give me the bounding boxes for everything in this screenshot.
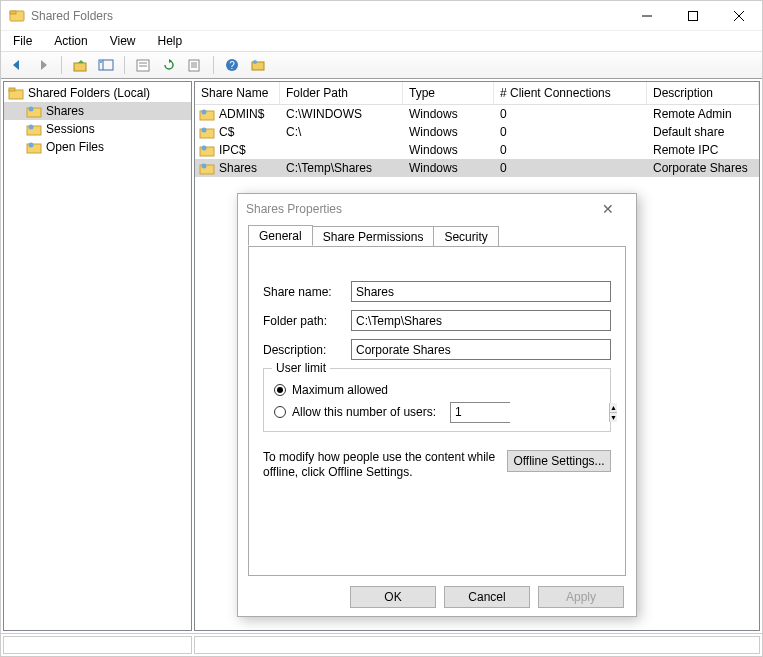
menu-file[interactable]: File (9, 32, 36, 50)
cell-clients: 0 (494, 107, 647, 121)
tree-root-node[interactable]: Shared Folders (Local) (4, 84, 191, 102)
svg-rect-22 (9, 88, 15, 91)
forward-button[interactable] (31, 54, 55, 76)
cell-desc: Default share (647, 125, 759, 139)
help-button[interactable]: ? (220, 54, 244, 76)
refresh-button[interactable] (157, 54, 181, 76)
tabpage-general: Share name: Folder path: Description: Us… (248, 246, 626, 576)
tab-security[interactable]: Security (433, 226, 498, 247)
app-icon (9, 8, 25, 24)
ok-button[interactable]: OK (350, 586, 436, 608)
svg-point-20 (253, 60, 257, 64)
tab-general[interactable]: General (248, 225, 313, 246)
svg-point-34 (202, 146, 207, 151)
cancel-button[interactable]: Cancel (444, 586, 530, 608)
radio-allow-number[interactable]: Allow this number of users: ▲ ▼ (274, 401, 600, 423)
table-row[interactable]: SharesC:\Temp\SharesWindows0Corporate Sh… (195, 159, 759, 177)
maximize-button[interactable] (670, 1, 716, 31)
cell-name: C$ (195, 124, 280, 140)
svg-point-26 (29, 125, 34, 130)
menu-view[interactable]: View (106, 32, 140, 50)
svg-rect-3 (689, 12, 698, 21)
spinner-down-button[interactable]: ▼ (609, 413, 617, 422)
cell-type: Windows (403, 161, 494, 175)
radio-dot-icon (274, 406, 286, 418)
cell-type: Windows (403, 125, 494, 139)
menu-help[interactable]: Help (154, 32, 187, 50)
folder-path-input[interactable] (351, 310, 611, 331)
radio-max-allowed[interactable]: Maximum allowed (274, 379, 600, 401)
tree-root-label: Shared Folders (Local) (28, 86, 150, 100)
radio-max-label: Maximum allowed (292, 383, 388, 397)
menu-action[interactable]: Action (50, 32, 91, 50)
share-name-input[interactable] (351, 281, 611, 302)
tree-item[interactable]: Open Files (4, 138, 191, 156)
label-folder-path: Folder path: (263, 314, 351, 328)
cell-desc: Corporate Shares (647, 161, 759, 175)
apply-button[interactable]: Apply (538, 586, 624, 608)
cell-type: Windows (403, 107, 494, 121)
toolbar-separator (213, 56, 214, 74)
dialog-title: Shares Properties (246, 202, 588, 216)
cell-name: ADMIN$ (195, 106, 280, 122)
user-number-input[interactable] (451, 403, 609, 422)
col-header-folder[interactable]: Folder Path (280, 82, 403, 104)
cell-desc: Remote Admin (647, 107, 759, 121)
label-share-name: Share name: (263, 285, 351, 299)
show-hide-tree-button[interactable] (94, 54, 118, 76)
share-icon (199, 160, 215, 176)
properties-button[interactable] (131, 54, 155, 76)
svg-point-28 (29, 143, 34, 148)
table-row[interactable]: C$C:\Windows0Default share (195, 123, 759, 141)
new-share-button[interactable] (246, 54, 270, 76)
user-limit-legend: User limit (272, 361, 330, 375)
minimize-button[interactable] (624, 1, 670, 31)
dialog-close-button[interactable]: ✕ (588, 201, 628, 217)
close-button[interactable] (716, 1, 762, 31)
share-icon (199, 106, 215, 122)
tree-pane[interactable]: Shared Folders (Local) SharesSessionsOpe… (3, 81, 192, 631)
cell-folder: C:\Temp\Shares (280, 161, 403, 175)
radio-allow-label: Allow this number of users: (292, 405, 436, 419)
status-left (3, 636, 192, 654)
offline-settings-button[interactable]: Offline Settings... (507, 450, 611, 472)
col-header-clients[interactable]: # Client Connections (494, 82, 647, 104)
back-button[interactable] (5, 54, 29, 76)
share-icon (199, 142, 215, 158)
tab-share-permissions[interactable]: Share Permissions (312, 226, 435, 247)
window-titlebar: Shared Folders (1, 1, 762, 31)
spinner-up-button[interactable]: ▲ (609, 403, 617, 413)
menubar: File Action View Help (1, 31, 762, 51)
svg-text:?: ? (229, 60, 235, 71)
export-list-button[interactable] (183, 54, 207, 76)
description-input[interactable] (351, 339, 611, 360)
dialog-tabstrip: General Share Permissions Security (248, 225, 626, 247)
user-limit-group: User limit Maximum allowed Allow this nu… (263, 368, 611, 432)
table-row[interactable]: IPC$Windows0Remote IPC (195, 141, 759, 159)
cell-folder: C:\ (280, 125, 403, 139)
svg-rect-1 (10, 11, 16, 14)
svg-point-36 (202, 164, 207, 169)
table-row[interactable]: ADMIN$C:\WINDOWSWindows0Remote Admin (195, 105, 759, 123)
cell-name: IPC$ (195, 142, 280, 158)
dialog-button-row: OK Cancel Apply (238, 578, 636, 616)
col-header-desc[interactable]: Description (647, 82, 759, 104)
tree-item[interactable]: Shares (4, 102, 191, 120)
cell-clients: 0 (494, 161, 647, 175)
toolbar: ? (1, 51, 762, 79)
cell-name: Shares (195, 160, 280, 176)
up-button[interactable] (68, 54, 92, 76)
label-description: Description: (263, 343, 351, 357)
toolbar-separator (124, 56, 125, 74)
window-title: Shared Folders (31, 9, 624, 23)
user-number-spinner[interactable]: ▲ ▼ (450, 402, 510, 423)
tree-item[interactable]: Sessions (4, 120, 191, 138)
cell-type: Windows (403, 143, 494, 157)
share-icon (199, 124, 215, 140)
cell-desc: Remote IPC (647, 143, 759, 157)
col-header-type[interactable]: Type (403, 82, 494, 104)
tree-item-label: Open Files (46, 140, 104, 154)
status-right (194, 636, 760, 654)
toolbar-separator (61, 56, 62, 74)
col-header-name[interactable]: Share Name (195, 82, 280, 104)
